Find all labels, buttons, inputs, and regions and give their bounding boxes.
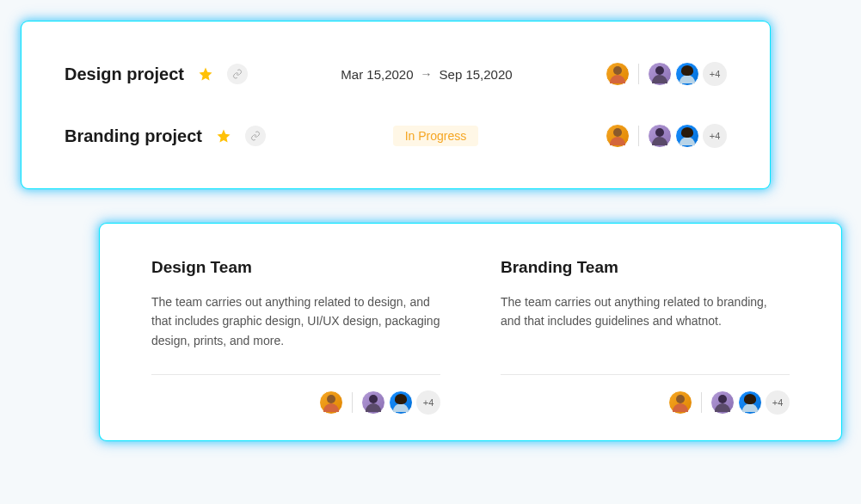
avatar-more-count[interactable]: +4 — [703, 62, 727, 86]
avatar[interactable] — [389, 390, 413, 415]
team-title: Design Team — [151, 258, 440, 277]
arrow-right-icon: → — [421, 67, 433, 81]
projects-card: Design project Mar 15,2020 → Sep 15,2020… — [22, 22, 770, 188]
avatar[interactable] — [675, 62, 699, 86]
team-title: Branding Team — [501, 258, 790, 277]
avatar-more-count[interactable]: +4 — [703, 124, 727, 148]
team-description: The team carries out anything related to… — [501, 292, 790, 353]
project-name: Design project — [65, 65, 184, 84]
avatar-more-count[interactable]: +4 — [766, 390, 790, 415]
status-badge: In Progress — [393, 126, 479, 146]
divider — [151, 374, 440, 375]
team-description: The team carries out anything related to… — [151, 292, 440, 353]
avatar-divider — [638, 64, 639, 84]
project-name: Branding project — [65, 126, 202, 146]
avatar-divider — [701, 392, 702, 413]
star-icon[interactable] — [215, 127, 232, 144]
teams-card: Design Team The team carries out anythin… — [100, 224, 841, 440]
date-start: Mar 15,2020 — [341, 67, 413, 82]
project-status: In Progress — [266, 126, 606, 146]
avatar[interactable] — [648, 124, 672, 148]
team-avatars: +4 — [501, 390, 790, 415]
star-icon[interactable] — [197, 65, 214, 83]
project-avatars: +4 — [606, 62, 727, 86]
team-avatars: +4 — [151, 390, 440, 415]
avatar[interactable] — [710, 390, 735, 415]
link-icon[interactable] — [227, 64, 248, 84]
team-card: Design Team The team carries out anythin… — [151, 258, 440, 415]
project-avatars: +4 — [606, 124, 727, 148]
avatar-divider — [352, 392, 353, 413]
avatar[interactable] — [361, 390, 385, 415]
date-end: Sep 15,2020 — [440, 67, 513, 82]
avatar[interactable] — [319, 390, 343, 415]
link-icon[interactable] — [245, 126, 266, 146]
project-row[interactable]: Branding project In Progress +4 — [65, 105, 727, 167]
avatar[interactable] — [738, 390, 762, 415]
divider — [501, 374, 790, 375]
avatar-divider — [638, 126, 639, 146]
avatar[interactable] — [606, 62, 630, 86]
avatar-more-count[interactable]: +4 — [416, 390, 440, 415]
avatar[interactable] — [668, 390, 692, 415]
team-card: Branding Team The team carries out anyth… — [501, 258, 790, 415]
avatar[interactable] — [606, 124, 630, 148]
project-date-range: Mar 15,2020 → Sep 15,2020 — [248, 67, 606, 82]
avatar[interactable] — [648, 62, 672, 86]
avatar[interactable] — [675, 124, 699, 148]
project-row[interactable]: Design project Mar 15,2020 → Sep 15,2020… — [65, 43, 727, 105]
